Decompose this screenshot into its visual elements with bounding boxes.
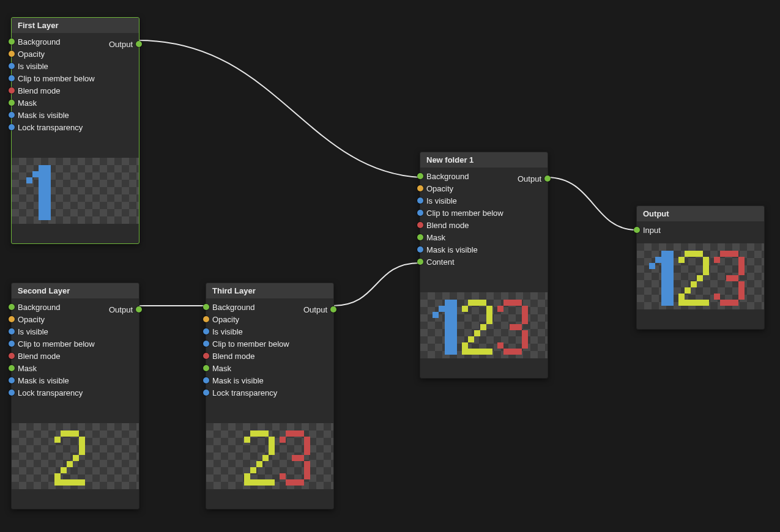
input-label: Mask is visible bbox=[18, 111, 69, 120]
node-footer bbox=[206, 489, 333, 506]
input-port-background[interactable] bbox=[203, 304, 209, 310]
node-title[interactable]: Second Layer bbox=[12, 283, 139, 298]
node-body: BackgroundOutputOpacityIs visibleClip to… bbox=[420, 168, 548, 378]
input-row-7: Content bbox=[420, 256, 548, 268]
input-row-2: Is visible bbox=[420, 194, 548, 207]
input-row-1: Opacity bbox=[12, 313, 139, 325]
input-port-blend-mode[interactable] bbox=[203, 353, 209, 359]
input-port-background[interactable] bbox=[9, 39, 15, 45]
input-port-clip-to-member-below[interactable] bbox=[9, 75, 15, 81]
input-port-opacity[interactable] bbox=[203, 316, 209, 322]
input-label: Input bbox=[643, 226, 661, 235]
input-label: Mask bbox=[426, 233, 445, 242]
input-port-mask[interactable] bbox=[9, 100, 15, 106]
input-label: Mask bbox=[18, 364, 37, 373]
output-port[interactable] bbox=[330, 306, 336, 312]
input-port-blend-mode[interactable] bbox=[9, 87, 15, 94]
input-port-input[interactable] bbox=[634, 227, 640, 233]
node-title[interactable]: Output bbox=[637, 206, 764, 221]
node-title-label: Second Layer bbox=[18, 286, 70, 295]
input-port-mask-is-visible[interactable] bbox=[9, 377, 15, 383]
input-port-mask[interactable] bbox=[417, 234, 423, 240]
input-port-lock-transparency[interactable] bbox=[203, 390, 209, 396]
input-port-mask[interactable] bbox=[203, 365, 209, 371]
input-port-opacity[interactable] bbox=[9, 51, 15, 57]
input-port-clip-to-member-below[interactable] bbox=[417, 210, 423, 216]
input-row-1: Opacity bbox=[12, 48, 139, 60]
input-row-5: Mask bbox=[12, 362, 139, 374]
input-label: Lock transparency bbox=[212, 388, 277, 397]
input-port-lock-transparency[interactable] bbox=[9, 390, 15, 396]
node-title-label: New folder 1 bbox=[426, 155, 474, 164]
input-port-opacity[interactable] bbox=[417, 185, 423, 191]
node-second-layer[interactable]: Second LayerBackgroundOutputOpacityIs vi… bbox=[11, 283, 139, 509]
input-row-5: Mask bbox=[206, 362, 333, 374]
input-label: Mask bbox=[18, 98, 37, 108]
input-label: Blend mode bbox=[212, 352, 254, 361]
input-port-lock-transparency[interactable] bbox=[9, 124, 15, 130]
input-port-mask-is-visible[interactable] bbox=[417, 246, 423, 253]
input-label: Is visible bbox=[212, 327, 243, 336]
input-label: Clip to member below bbox=[18, 74, 95, 83]
input-port-clip-to-member-below[interactable] bbox=[9, 341, 15, 347]
node-footer bbox=[12, 489, 139, 506]
output-port[interactable] bbox=[544, 175, 551, 182]
node-title[interactable]: New folder 1 bbox=[420, 152, 548, 168]
node-title-label: Output bbox=[643, 209, 669, 218]
node-preview bbox=[420, 292, 548, 358]
input-row-6: Mask is visible bbox=[12, 374, 139, 386]
input-port-is-visible[interactable] bbox=[9, 63, 15, 69]
input-label: Mask bbox=[212, 364, 231, 373]
input-row-4: Blend mode bbox=[420, 219, 548, 231]
node-output[interactable]: OutputInput bbox=[636, 205, 765, 330]
input-row-2: Is visible bbox=[206, 325, 333, 338]
input-label: Lock transparency bbox=[18, 123, 83, 132]
input-label: Is visible bbox=[18, 62, 48, 71]
node-preview bbox=[206, 423, 333, 489]
input-label: Is visible bbox=[18, 327, 48, 336]
connection-third-to-folder[interactable] bbox=[333, 263, 420, 306]
input-row-7: Lock transparency bbox=[12, 386, 139, 399]
connection-first-to-folder[interactable] bbox=[138, 40, 420, 177]
input-label: Blend mode bbox=[18, 86, 60, 95]
input-port-is-visible[interactable] bbox=[203, 328, 209, 334]
node-new-folder-1[interactable]: New folder 1BackgroundOutputOpacityIs vi… bbox=[420, 152, 548, 379]
input-port-background[interactable] bbox=[417, 173, 423, 179]
input-label: Clip to member below bbox=[18, 339, 95, 349]
node-title[interactable]: First Layer bbox=[12, 18, 139, 33]
node-third-layer[interactable]: Third LayerBackgroundOutputOpacityIs vis… bbox=[206, 283, 334, 509]
node-footer bbox=[12, 224, 139, 241]
input-label: Content bbox=[426, 257, 455, 267]
input-port-mask-is-visible[interactable] bbox=[9, 112, 15, 118]
input-label: Blend mode bbox=[426, 221, 469, 230]
input-port-is-visible[interactable] bbox=[417, 198, 423, 204]
input-port-mask[interactable] bbox=[9, 365, 15, 371]
input-port-opacity[interactable] bbox=[9, 316, 15, 322]
input-row-4: Blend mode bbox=[206, 350, 333, 362]
input-label: Opacity bbox=[426, 184, 453, 193]
input-label: Background bbox=[212, 303, 254, 312]
input-row-6: Mask is visible bbox=[12, 109, 139, 121]
input-label: Clip to member below bbox=[212, 339, 289, 349]
input-port-is-visible[interactable] bbox=[9, 328, 15, 334]
input-port-mask-is-visible[interactable] bbox=[203, 377, 209, 383]
input-row-5: Mask bbox=[12, 97, 139, 109]
input-port-blend-mode[interactable] bbox=[417, 222, 423, 228]
input-row-3: Clip to member below bbox=[420, 207, 548, 219]
input-row-6: Mask is visible bbox=[206, 374, 333, 386]
node-preview bbox=[12, 423, 139, 489]
input-row-6: Mask is visible bbox=[420, 243, 548, 256]
connection-folder-to-output[interactable] bbox=[547, 177, 636, 230]
output-port[interactable] bbox=[136, 306, 142, 312]
input-label: Background bbox=[426, 172, 469, 181]
output-port[interactable] bbox=[136, 41, 142, 47]
node-first-layer[interactable]: First LayerBackgroundOutputOpacityIs vis… bbox=[11, 17, 139, 244]
node-title[interactable]: Third Layer bbox=[206, 283, 333, 298]
input-label: Mask is visible bbox=[18, 376, 69, 385]
input-port-blend-mode[interactable] bbox=[9, 353, 15, 359]
input-port-clip-to-member-below[interactable] bbox=[203, 341, 209, 347]
input-label: Mask is visible bbox=[212, 376, 264, 385]
input-row-0: BackgroundOutput bbox=[420, 170, 548, 182]
input-port-background[interactable] bbox=[9, 304, 15, 310]
input-port-content[interactable] bbox=[417, 259, 423, 265]
